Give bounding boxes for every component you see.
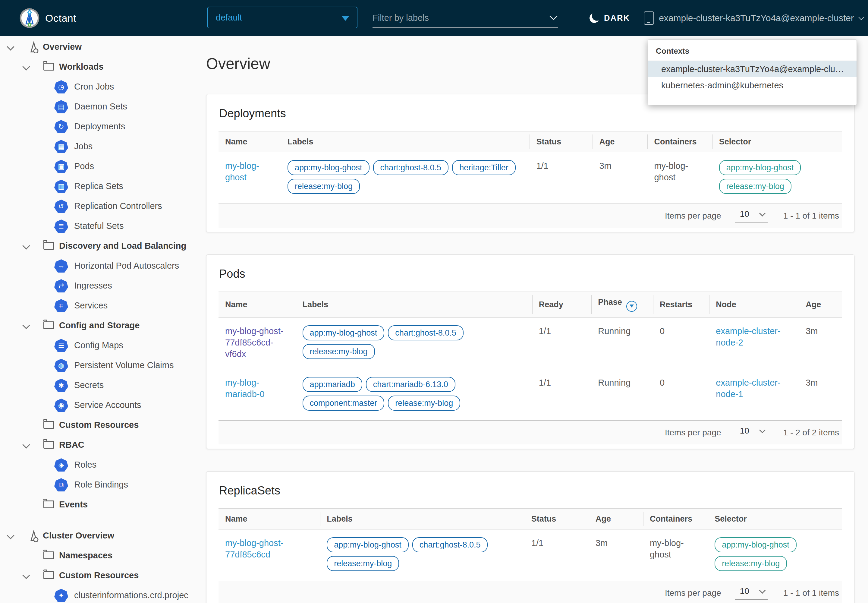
- sidebar-item-events[interactable]: Events: [0, 495, 193, 514]
- chevron-down-icon[interactable]: [22, 242, 30, 249]
- label-badge: chart:ghost-8.0.5: [388, 325, 463, 340]
- contexts-dropdown-title: Contexts: [648, 45, 857, 61]
- resource-link[interactable]: my-blog-ghost: [225, 161, 259, 182]
- sidebar-item-rbac[interactable]: RBAC: [0, 435, 193, 455]
- chevron-down-icon[interactable]: [22, 63, 30, 70]
- jobs-icon: ▦: [54, 140, 68, 153]
- theme-toggle-button[interactable]: DARK: [590, 0, 630, 36]
- label-badge: heritage:Tiller: [452, 160, 516, 175]
- resource-link[interactable]: my-blog-mariadb-0: [225, 378, 265, 399]
- sidebar-item-config-maps[interactable]: ☰Config Maps: [0, 335, 193, 355]
- chevron-down-icon[interactable]: [7, 532, 14, 539]
- column-header-label: Name: [225, 137, 247, 146]
- sidebar-item-clusterinformations-crd-projec[interactable]: ✦clusterinformations.crd.projec: [0, 585, 193, 603]
- statefulsets-icon: ≣: [54, 220, 68, 233]
- sidebar-item-discovery-and-load-balancing[interactable]: Discovery and Load Balancing: [0, 236, 193, 256]
- column-header-label: Name: [225, 514, 247, 523]
- configmaps-icon: ☰: [54, 339, 68, 352]
- context-switcher[interactable]: example-cluster-ka3TuTzYo4a@example-clus…: [644, 0, 863, 36]
- column-divider: [530, 135, 530, 149]
- table-replicasets: NameLabelsStatusAgeContainersSelectormy-…: [218, 508, 842, 581]
- table-row: my-blog-ghostapp:my-blog-ghostchart:ghos…: [218, 152, 842, 204]
- sidebar-item-label: Config Maps: [74, 340, 123, 350]
- column-header-label: Age: [596, 514, 611, 523]
- cluster-icon: [644, 11, 654, 25]
- chevron-down-icon[interactable]: [22, 571, 30, 579]
- sidebar-item-label: Ingresses: [74, 281, 112, 291]
- sidebar-item-custom-resources[interactable]: Custom Resources: [0, 415, 193, 435]
- sidebar-item-label: Events: [59, 499, 88, 510]
- octant-logo-icon: [19, 8, 40, 28]
- sidebar-item-namespaces[interactable]: Namespaces: [0, 546, 193, 565]
- sidebar-item-service-accounts[interactable]: ◉Service Accounts: [0, 395, 193, 415]
- sidebar-item-role-bindings[interactable]: ⧉Role Bindings: [0, 475, 193, 495]
- sidebar-item-stateful-sets[interactable]: ≣Stateful Sets: [0, 216, 193, 236]
- sidebar-item-label: Horizontal Pod Autoscalers: [74, 261, 179, 271]
- label-filter-input[interactable]: Filter by labels: [372, 8, 558, 28]
- column-header-label: Ready: [539, 300, 563, 309]
- pagination-range: 1 - 1 of 1 items: [783, 588, 839, 598]
- column-header-age: Age: [799, 292, 842, 317]
- sidebar-item-persistent-volume-claims[interactable]: ◍Persistent Volume Claims: [0, 355, 193, 375]
- sidebar-item-services[interactable]: ⌗Services: [0, 295, 193, 315]
- column-header-label: Selector: [715, 514, 747, 523]
- table-cell: Running: [592, 369, 653, 421]
- resource-link[interactable]: my-blog-ghost-77df85c6cd: [225, 538, 283, 559]
- chevron-down-icon[interactable]: [7, 43, 14, 50]
- sidebar-item-custom-resources[interactable]: Custom Resources: [0, 565, 193, 585]
- page-size-select[interactable]: 10: [735, 426, 768, 439]
- sidebar-item-roles[interactable]: ◈Roles: [0, 455, 193, 475]
- namespace-selector[interactable]: default: [207, 7, 357, 28]
- column-divider: [708, 512, 708, 526]
- pvc-icon: ◍: [54, 359, 68, 372]
- sidebar-item-replication-controllers[interactable]: ↺Replication Controllers: [0, 196, 193, 216]
- chevron-down-icon[interactable]: [22, 322, 30, 329]
- table-cell: my-blog-ghost-77df85c6cd-vf6dx: [218, 317, 296, 369]
- column-header-labels: Labels: [296, 292, 532, 317]
- items-per-page-label: Items per page: [665, 211, 721, 221]
- label-badge: component:master: [303, 396, 385, 411]
- resource-link[interactable]: example-cluster-node-1: [716, 378, 780, 399]
- namespace-selector-value: default: [216, 13, 242, 23]
- filter-funnel-icon[interactable]: [626, 301, 637, 312]
- sidebar-item-pods[interactable]: ▣Pods: [0, 156, 193, 176]
- sidebar-item-replica-sets[interactable]: ▥Replica Sets: [0, 176, 193, 196]
- table-cell: 0: [653, 369, 709, 421]
- sidebar-item-cron-jobs[interactable]: ◷Cron Jobs: [0, 77, 193, 96]
- column-header-label: Status: [536, 137, 561, 146]
- column-divider: [709, 295, 709, 314]
- table-cell: app:my-blog-ghostchart:ghost-8.0.5releas…: [320, 529, 525, 581]
- resource-link[interactable]: example-cluster-node-2: [716, 326, 780, 347]
- sidebar-item-deployments[interactable]: ↻Deployments: [0, 116, 193, 136]
- sidebar-item-ingresses[interactable]: ⇄Ingresses: [0, 275, 193, 295]
- sidebar-item-workloads[interactable]: Workloads: [0, 57, 193, 77]
- sidebar-item-daemon-sets[interactable]: ▤Daemon Sets: [0, 96, 193, 116]
- sidebar-item-jobs[interactable]: ▦Jobs: [0, 136, 193, 156]
- page-size-value: 10: [740, 426, 749, 436]
- sidebar-nav: OverviewWorkloads◷Cron Jobs▤Daemon Sets↻…: [0, 36, 193, 603]
- daemonsets-icon: ▤: [54, 100, 68, 113]
- table-cell: 3m: [799, 369, 842, 421]
- sidebar-item-overview[interactable]: Overview: [0, 37, 193, 57]
- label-badge: app:my-blog-ghost: [287, 160, 369, 175]
- sidebar-item-secrets[interactable]: ✱Secrets: [0, 375, 193, 395]
- table-cell: app:my-blog-ghostchart:ghost-8.0.5herita…: [281, 152, 530, 204]
- context-menu-item[interactable]: example-cluster-ka3TuTzYo4a@example-clu…: [648, 61, 857, 77]
- sidebar-item-config-and-storage[interactable]: Config and Storage: [0, 315, 193, 335]
- sidebar-item-horizontal-pod-autoscalers[interactable]: ⇔Horizontal Pod Autoscalers: [0, 256, 193, 275]
- page-size-select[interactable]: 10: [735, 209, 768, 223]
- customresource-icon: ✦: [54, 589, 68, 602]
- chevron-down-icon: [759, 587, 766, 593]
- page-size-select[interactable]: 10: [735, 586, 768, 600]
- sidebar-item-label: Stateful Sets: [74, 221, 124, 231]
- column-header-name: Name: [218, 509, 320, 529]
- column-header-containers: Containers: [647, 131, 712, 152]
- label-badge: release:my-blog: [327, 556, 399, 571]
- chevron-down-icon: [759, 427, 766, 433]
- sidebar-item-cluster-overview[interactable]: Cluster Overview: [0, 526, 193, 546]
- context-menu-item[interactable]: kubernetes-admin@kubernetes: [648, 77, 857, 93]
- resource-link[interactable]: my-blog-ghost-77df85c6cd-vf6dx: [225, 326, 283, 359]
- chevron-down-icon[interactable]: [22, 441, 30, 448]
- sidebar-item-label: Daemon Sets: [74, 102, 127, 111]
- sidebar-item-label: Custom Resources: [59, 571, 139, 580]
